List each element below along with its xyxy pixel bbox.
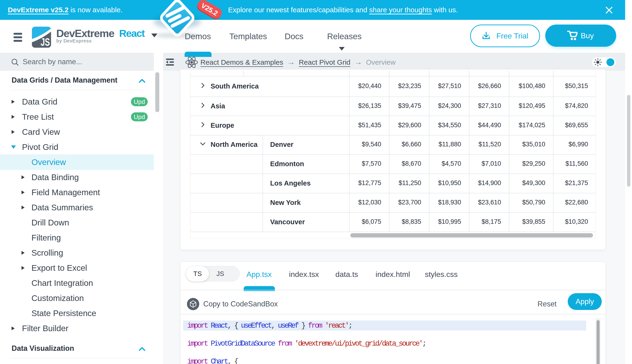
- svg-text:JS: JS: [41, 36, 50, 48]
